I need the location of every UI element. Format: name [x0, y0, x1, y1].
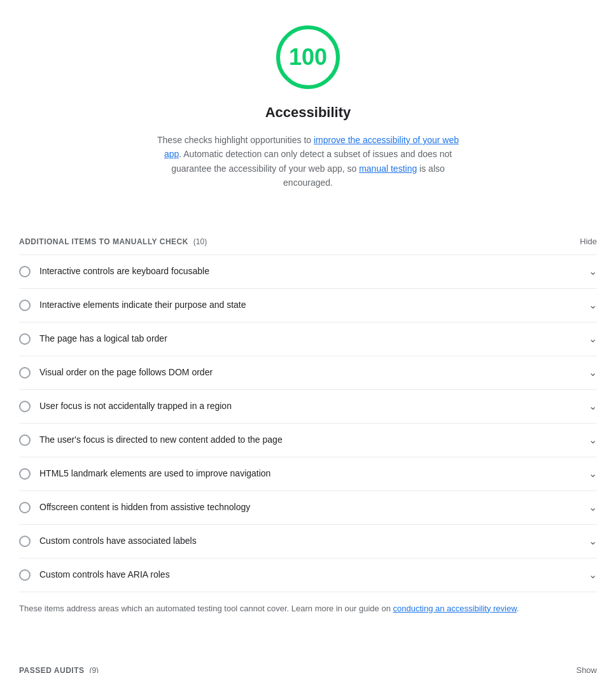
chevron-down-icon: ⌄	[589, 298, 597, 313]
audit-status-icon	[19, 536, 31, 547]
accessibility-review-link[interactable]: conducting an accessibility review	[393, 604, 517, 613]
audit-item[interactable]: Interactive elements indicate their purp…	[19, 289, 597, 323]
manual-note: These items address areas which an autom…	[19, 592, 597, 626]
score-description: These checks highlight opportunities to …	[149, 133, 467, 190]
audit-label: Offscreen content is hidden from assisti…	[39, 501, 250, 514]
chevron-down-icon: ⌄	[589, 466, 597, 482]
score-circle: 100	[276, 25, 340, 89]
audit-status-icon	[19, 401, 31, 412]
audit-item[interactable]: HTML5 landmark elements are used to impr…	[19, 457, 597, 491]
passed-audits-toggle[interactable]: Show	[576, 665, 597, 673]
chevron-down-icon: ⌄	[589, 264, 597, 279]
chevron-down-icon: ⌄	[589, 500, 597, 515]
audit-status-icon	[19, 569, 31, 581]
audit-label: The user's focus is directed to new cont…	[39, 433, 283, 447]
audit-status-icon	[19, 333, 31, 345]
audit-label: Interactive elements indicate their purp…	[39, 298, 246, 312]
audit-status-icon	[19, 434, 31, 446]
manual-check-section-header: ADDITIONAL ITEMS TO MANUALLY CHECK (10) …	[19, 222, 597, 255]
passed-audits-section: PASSED AUDITS (9) Show	[19, 651, 597, 673]
audit-item[interactable]: Offscreen content is hidden from assisti…	[19, 491, 597, 525]
chevron-down-icon: ⌄	[589, 534, 597, 549]
audit-item[interactable]: Custom controls have ARIA roles ⌄	[19, 559, 597, 592]
chevron-down-icon: ⌄	[589, 331, 597, 347]
audit-item[interactable]: The user's focus is directed to new cont…	[19, 424, 597, 457]
passed-audits-title: PASSED AUDITS (9)	[19, 663, 99, 673]
score-section: 100 Accessibility These checks highlight…	[19, 0, 597, 209]
passed-audits-header: PASSED AUDITS (9) Show	[19, 651, 597, 673]
audit-label: User focus is not accidentally trapped i…	[39, 399, 232, 413]
page-container: 100 Accessibility These checks highlight…	[0, 0, 616, 673]
audit-status-icon	[19, 502, 31, 513]
chevron-down-icon: ⌄	[589, 365, 597, 380]
audit-item[interactable]: User focus is not accidentally trapped i…	[19, 390, 597, 424]
audit-status-icon	[19, 300, 31, 311]
audit-label: The page has a logical tab order	[39, 332, 167, 345]
chevron-down-icon: ⌄	[589, 567, 597, 583]
chevron-down-icon: ⌄	[589, 433, 597, 448]
score-number: 100	[289, 46, 327, 69]
audit-label: Custom controls have associated labels	[39, 534, 197, 548]
audit-label: Custom controls have ARIA roles	[39, 568, 170, 581]
audit-status-icon	[19, 367, 31, 378]
manual-check-title: ADDITIONAL ITEMS TO MANUALLY CHECK (10)	[19, 235, 207, 248]
chevron-down-icon: ⌄	[589, 399, 597, 414]
manual-testing-link[interactable]: manual testing	[359, 163, 417, 174]
audit-item[interactable]: Interactive controls are keyboard focusa…	[19, 255, 597, 289]
audit-label: HTML5 landmark elements are used to impr…	[39, 467, 270, 480]
audit-status-icon	[19, 266, 31, 277]
audit-label: Interactive controls are keyboard focusa…	[39, 265, 209, 278]
score-title: Accessibility	[265, 102, 351, 123]
audit-item[interactable]: Custom controls have associated labels ⌄	[19, 525, 597, 559]
audit-list: Interactive controls are keyboard focusa…	[19, 255, 597, 592]
audit-label: Visual order on the page follows DOM ord…	[39, 366, 213, 379]
manual-check-toggle[interactable]: Hide	[580, 237, 597, 246]
audit-status-icon	[19, 468, 31, 480]
audit-item[interactable]: The page has a logical tab order ⌄	[19, 323, 597, 356]
audit-item[interactable]: Visual order on the page follows DOM ord…	[19, 356, 597, 390]
